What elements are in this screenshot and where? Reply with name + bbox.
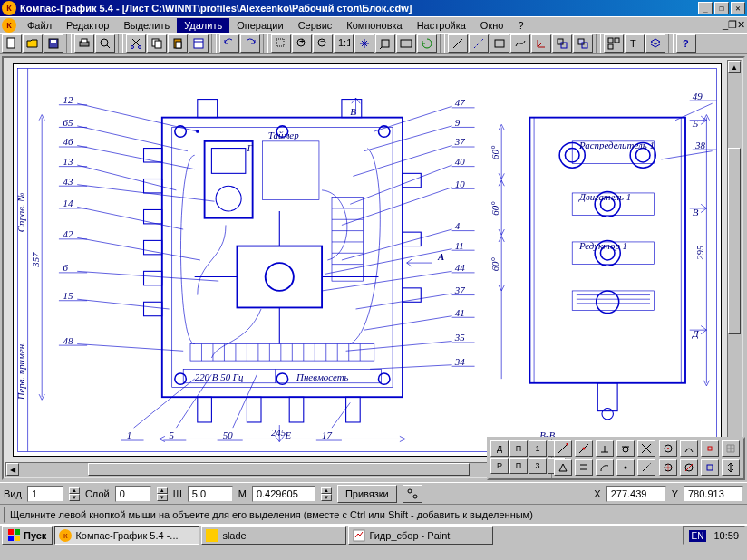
mdi-maximize-button[interactable]: ❐: [728, 19, 737, 31]
tool-rect[interactable]: [490, 34, 509, 53]
m-up[interactable]: ▲: [321, 487, 332, 494]
tool-properties[interactable]: [189, 34, 209, 53]
main-toolbar: + − 1:1 T ?: [0, 33, 747, 54]
scrollbar-vertical[interactable]: ▲ ▼: [727, 60, 742, 460]
menu-help[interactable]: ?: [510, 18, 530, 33]
task-paint[interactable]: Гидр_сбор - Paint: [348, 526, 493, 545]
tool-region[interactable]: [552, 34, 572, 53]
tool-save[interactable]: [44, 34, 63, 53]
snap-node-icon[interactable]: [701, 440, 719, 457]
tool-cut[interactable]: [126, 34, 146, 53]
tool-help[interactable]: ?: [676, 34, 696, 53]
tool-line-b[interactable]: [469, 34, 489, 53]
vid-field[interactable]: 1: [27, 486, 63, 502]
menu-service[interactable]: Сервис: [291, 18, 340, 33]
start-label: Пуск: [24, 530, 46, 541]
tool-layers[interactable]: [645, 34, 665, 53]
minimize-button[interactable]: _: [698, 2, 713, 14]
svg-rect-77: [190, 344, 374, 362]
snap-angle-icon[interactable]: [554, 459, 572, 476]
tool-preview[interactable]: [95, 34, 115, 53]
sloi-up[interactable]: ▲: [157, 487, 168, 494]
snap-near-icon[interactable]: [680, 440, 698, 457]
tool-text[interactable]: T: [625, 34, 645, 53]
tool-zoom-in[interactable]: +: [292, 34, 312, 53]
callout: 11: [455, 240, 464, 251]
menu-file[interactable]: Файл: [20, 18, 59, 33]
snap-point-icon[interactable]: [616, 459, 635, 476]
tool-print[interactable]: [74, 34, 94, 53]
tool-zoom-window[interactable]: [271, 34, 291, 53]
vid-up[interactable]: ▲: [69, 487, 80, 494]
scroll-left-button[interactable]: ◀: [6, 463, 19, 476]
svg-rect-47: [198, 397, 212, 422]
vid-down[interactable]: ▼: [69, 494, 80, 501]
snap-arc-icon[interactable]: [596, 459, 614, 476]
tool-new[interactable]: [2, 34, 22, 53]
snap-grid-icon[interactable]: [722, 440, 740, 457]
svg-rect-201: [8, 536, 14, 541]
sloi-field[interactable]: 0: [115, 486, 151, 502]
menu-layout[interactable]: Компоновка: [339, 18, 409, 33]
tool-zoom-fit[interactable]: [396, 34, 416, 53]
maximize-button[interactable]: ❐: [714, 2, 729, 14]
tool-pan[interactable]: [354, 34, 374, 53]
tool-views[interactable]: [604, 34, 624, 53]
task-kompas[interactable]: К Компас-График 5.4 -...: [54, 526, 199, 545]
tool-redo[interactable]: [240, 34, 260, 53]
m-down[interactable]: ▼: [321, 494, 332, 501]
snap-parallel-icon[interactable]: [575, 459, 593, 476]
start-button[interactable]: Пуск: [2, 526, 53, 545]
system-tray: EN 10:59: [683, 526, 745, 545]
snap-mid-icon[interactable]: [575, 440, 593, 457]
tool-redraw[interactable]: [417, 34, 437, 53]
panel-btn[interactable]: 1: [529, 440, 547, 457]
tool-open[interactable]: [23, 34, 43, 53]
svg-point-65: [266, 263, 294, 291]
mdi-close-button[interactable]: ✕: [737, 19, 745, 31]
panel-btn[interactable]: Р: [490, 458, 509, 474]
snap-quad-icon[interactable]: [659, 459, 677, 476]
panel-btn[interactable]: Д: [490, 440, 509, 457]
snap-off-icon[interactable]: [680, 459, 698, 476]
tool-curve[interactable]: [510, 34, 530, 53]
snap-ext-icon[interactable]: [637, 459, 655, 476]
panel-btn[interactable]: 3: [529, 458, 547, 474]
snap-end-icon[interactable]: [554, 440, 572, 457]
svg-rect-2: [51, 40, 56, 43]
lang-indicator[interactable]: EN: [689, 530, 707, 542]
panel-btn[interactable]: П: [509, 440, 528, 457]
snap-button[interactable]: Привязки: [337, 485, 397, 503]
snap-settings-button[interactable]: [403, 485, 422, 503]
tool-paste[interactable]: [168, 34, 188, 53]
tool-undo[interactable]: [219, 34, 239, 53]
tool-line-a[interactable]: [448, 34, 468, 53]
tool-copy[interactable]: [147, 34, 167, 53]
menu-delete[interactable]: Удалить: [177, 18, 229, 33]
menu-select[interactable]: Выделить: [116, 18, 177, 33]
snap-intersect-icon[interactable]: [637, 440, 655, 457]
snap-sym-icon[interactable]: [722, 459, 740, 476]
folder-icon: [206, 529, 218, 542]
sloi-down[interactable]: ▼: [157, 494, 168, 501]
tool-region2[interactable]: [573, 34, 593, 53]
snap-center-icon[interactable]: [659, 440, 677, 457]
task-slade[interactable]: slade: [201, 526, 346, 545]
snap-perp-icon[interactable]: [596, 440, 614, 457]
tool-zoom-out[interactable]: −: [313, 34, 333, 53]
tool-zoom-prev[interactable]: [375, 34, 395, 53]
menu-settings[interactable]: Настройка: [410, 18, 473, 33]
snap-tangent-icon[interactable]: [616, 440, 635, 457]
sh-field[interactable]: 5.0: [188, 486, 233, 502]
menu-editor[interactable]: Редактор: [59, 18, 116, 33]
close-button[interactable]: ✕: [731, 2, 745, 14]
canvas[interactable]: Перв. примен. Справ. №: [4, 58, 743, 478]
tool-xyz[interactable]: [531, 34, 551, 53]
menu-operations[interactable]: Операции: [229, 18, 290, 33]
m-field[interactable]: 0.429605: [252, 486, 315, 502]
menu-window[interactable]: Окно: [473, 18, 511, 33]
tool-zoom-scale[interactable]: 1:1: [334, 34, 354, 53]
snap-insert-icon[interactable]: [701, 459, 719, 476]
panel-btn[interactable]: П: [509, 458, 528, 474]
scroll-up-button[interactable]: ▲: [728, 61, 741, 73]
